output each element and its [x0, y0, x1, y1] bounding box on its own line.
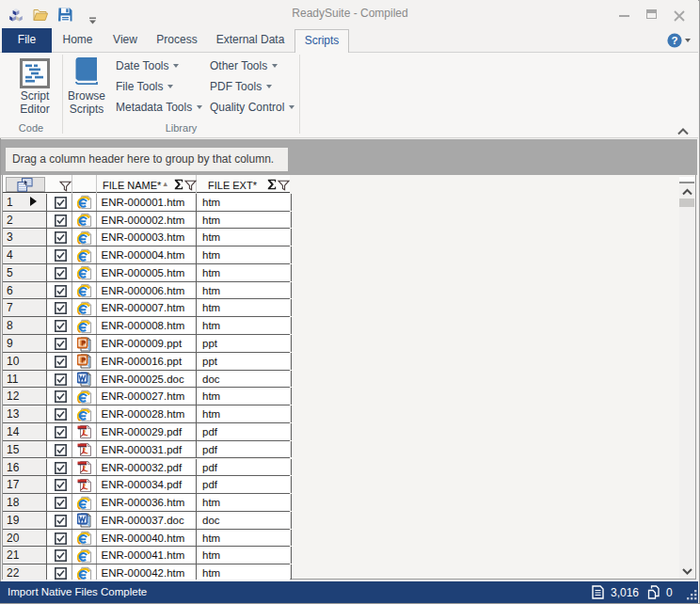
svg-text:?: ?	[671, 35, 677, 46]
